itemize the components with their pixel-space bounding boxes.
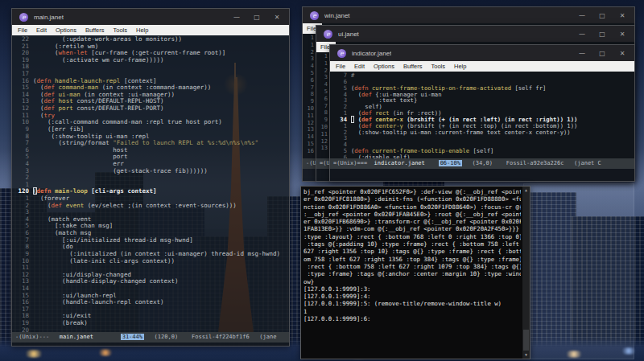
code-line[interactable]: 19 (break) bbox=[12, 320, 289, 327]
minimize-button[interactable]: — bbox=[577, 31, 587, 38]
repl-output[interactable]: bj_ref <pointer 0x020F1FC652F0>} :def-vi… bbox=[303, 188, 521, 357]
close-button[interactable]: ✕ bbox=[272, 14, 282, 21]
menu-item-edit[interactable]: Edit bbox=[36, 27, 47, 34]
code-line[interactable]: 10 (late-init cli-args context)) bbox=[12, 258, 289, 265]
minibuffer[interactable] bbox=[12, 343, 289, 346]
line-number: 6 bbox=[316, 96, 328, 103]
code-line[interactable]: 2 (def event (ev/select ;(in context :ev… bbox=[12, 203, 289, 210]
window-repl-console[interactable]: bj_ref <pointer 0x020F1FC652F0>} :def-vi… bbox=[300, 186, 530, 359]
code-line[interactable]: 19 (:activate wm cur-frame))))) bbox=[12, 57, 289, 64]
line-number: 8 bbox=[12, 133, 33, 141]
line-number: 7 bbox=[330, 72, 351, 79]
menu-item-tools[interactable]: Tools bbox=[431, 63, 446, 70]
line-number: 5 bbox=[12, 154, 33, 161]
menu-item-edit[interactable]: Edit bbox=[354, 63, 365, 70]
line-number: 7 bbox=[12, 140, 33, 147]
close-button[interactable]: ✕ bbox=[617, 50, 627, 57]
line-number: 2 bbox=[316, 68, 328, 75]
line-number: 1 bbox=[12, 195, 33, 203]
line-number: 10 bbox=[316, 124, 328, 131]
line-number: 7 bbox=[316, 103, 328, 110]
titlebar[interactable]: e indicator.janet — □ ✕ bbox=[330, 45, 634, 61]
line-number: 12 bbox=[316, 138, 328, 146]
scroll-up-icon[interactable]: ▲ bbox=[522, 187, 530, 194]
scrollbar[interactable]: ▲ ▼ bbox=[522, 187, 530, 359]
menu-item-file[interactable]: File bbox=[336, 63, 345, 70]
line-number-gutter: 112345678910111213 bbox=[316, 53, 328, 152]
minimize-button[interactable]: — bbox=[577, 12, 587, 19]
modeline-text: Fossil-4f224bf1f6 (jane bbox=[192, 334, 276, 340]
line-number: 13 bbox=[303, 126, 314, 133]
menu-item-help[interactable]: Help bbox=[454, 63, 466, 70]
modeline-text bbox=[93, 334, 121, 340]
menu-item-tools[interactable]: Tools bbox=[114, 27, 128, 34]
menu-item-help[interactable]: Help bbox=[136, 27, 148, 34]
close-button[interactable]: ✕ bbox=[617, 12, 627, 19]
line-number: 6 bbox=[330, 79, 351, 85]
repl-line: om 758 :left 627 :right 1356 :top 384} :… bbox=[303, 256, 521, 263]
repl-line: 627 :right 1356 :top 10} :tags @{} :type… bbox=[303, 248, 521, 255]
code-line[interactable]: 7# bbox=[330, 72, 634, 79]
line-number: 2 bbox=[330, 129, 351, 136]
window-title: indicator.janet bbox=[352, 50, 391, 57]
close-button[interactable]: ✕ bbox=[617, 31, 627, 38]
minibuffer[interactable] bbox=[330, 169, 634, 181]
modeline: -(Unix)--- main.janet 31-44% (120,0) Fos… bbox=[12, 332, 289, 343]
maximize-button[interactable]: □ bbox=[597, 50, 607, 57]
repl-line: :__obj_ref <pointer 0x020F1FAB45E0>} :ro… bbox=[303, 211, 521, 218]
menu-item-options[interactable]: Options bbox=[56, 27, 76, 34]
code-editor[interactable]: 22 (:update-work-areas lo monitors))21 (… bbox=[12, 35, 289, 332]
code-line[interactable]: 3 (get-stack-trace fib)))))) bbox=[12, 168, 289, 175]
titlebar[interactable]: e win.janet — □ ✕ bbox=[303, 7, 634, 23]
menu-item-buffers[interactable]: Buffers bbox=[85, 27, 105, 34]
line-number: 13 bbox=[316, 145, 328, 152]
minimize-button[interactable]: — bbox=[232, 14, 242, 21]
titlebar[interactable]: e ui.janet — □ ✕ bbox=[316, 26, 634, 42]
repl-line: nction 0x020F1FD886A0> <function 0x020F1… bbox=[303, 203, 521, 211]
menu-item-file[interactable]: File bbox=[18, 27, 27, 34]
titlebar[interactable]: e main.janet — □ ✕ bbox=[12, 9, 289, 25]
line-number: 9 bbox=[316, 117, 328, 124]
code-line[interactable]: 2 bbox=[12, 174, 289, 182]
scrollbar-thumb[interactable] bbox=[523, 330, 529, 351]
line-number-gutter: 112345678910111213141516 bbox=[303, 35, 314, 155]
line-number: 15 bbox=[303, 141, 314, 148]
menu-item-buffers[interactable]: Buffers bbox=[403, 63, 423, 70]
maximize-button[interactable]: □ bbox=[597, 12, 607, 19]
minimize-button[interactable]: — bbox=[577, 50, 587, 57]
code-line[interactable]: 18 bbox=[12, 64, 289, 71]
repl-line: 1FAB13E0>}} :vdm-com @{:__obj_ref <point… bbox=[303, 225, 521, 232]
modeline-text bbox=[425, 160, 439, 166]
repl-line: [127.0.0.1:9999]:3: bbox=[303, 285, 521, 293]
line-number: 2 bbox=[12, 174, 33, 182]
menu-item-options[interactable]: Options bbox=[374, 63, 394, 70]
line-number: 3 bbox=[330, 97, 351, 104]
code-editor[interactable]: 7#65(defn current-frame-tooltip-on-frame… bbox=[330, 72, 634, 158]
window-indicator-janet: e indicator.janet — □ ✕ FileEditOptionsB… bbox=[329, 44, 635, 182]
code-line[interactable]: 3 bbox=[330, 135, 634, 142]
line-number: 3 bbox=[303, 55, 314, 63]
code-line[interactable]: 13 (handle-display-changed context) bbox=[12, 278, 289, 285]
line-number: 4 bbox=[316, 81, 328, 88]
line-number: 4 bbox=[303, 63, 314, 70]
repl-line: [127.0.0.1:9999]:5: (remove-title/remove… bbox=[303, 300, 521, 307]
line-number: 12 bbox=[303, 120, 314, 127]
frame-indicator-overlay bbox=[523, 183, 634, 359]
repl-line: 1 bbox=[303, 308, 521, 315]
menu-bar: FileEditOptionsBuffersToolsHelp bbox=[330, 61, 634, 72]
line-number: 120 bbox=[12, 188, 33, 195]
scroll-down-icon[interactable]: ▼ bbox=[522, 351, 530, 359]
line-number: 5 bbox=[316, 88, 328, 96]
modeline-text: (120,0) bbox=[144, 334, 192, 340]
line-number: 11 bbox=[303, 113, 314, 120]
code-line[interactable]: 16 (handle-launch-repl context) bbox=[12, 299, 289, 306]
line-number: 8 bbox=[316, 109, 328, 117]
modeline-text: =(U bbox=[320, 160, 330, 166]
code-line[interactable]: 2 (:show-tooltip ui-man :current-frame t… bbox=[330, 129, 634, 136]
emacs-icon: e bbox=[310, 11, 319, 20]
maximize-button[interactable]: □ bbox=[597, 31, 607, 38]
maximize-button[interactable]: □ bbox=[252, 14, 262, 21]
window-main-janet: e main.janet — □ ✕ FileEditOptionsBuffer… bbox=[11, 8, 290, 347]
line-number: 5 bbox=[303, 70, 314, 77]
line-number: 16 bbox=[303, 148, 314, 155]
